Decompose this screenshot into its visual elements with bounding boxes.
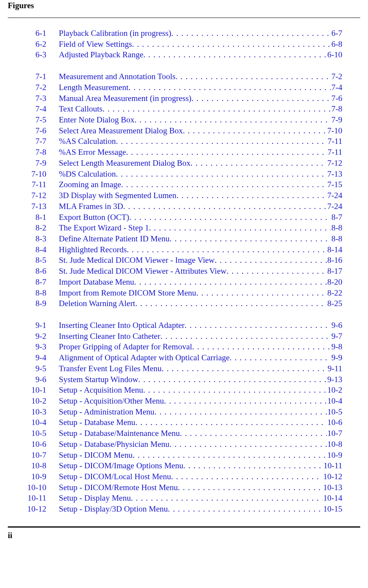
entry-title: Import Database Menu	[59, 277, 134, 288]
toc-entry[interactable]: 7-1Measurement and Annotation Tools 7-2	[9, 71, 360, 82]
entry-number: 10-5	[9, 428, 59, 439]
leader-dots	[230, 352, 331, 363]
entry-title: Inserting Cleaner Into Catheter	[59, 331, 160, 342]
entry-title-wrap: Deletion Warning Alert	[59, 298, 327, 309]
toc-entry[interactable]: 7-6Select Area Measurement Dialog Box7-1…	[9, 126, 360, 136]
entry-title-wrap: Select Length Measurement Dialog Box	[59, 158, 327, 169]
entry-title: Deletion Warning Alert	[59, 298, 135, 309]
leader-dots	[123, 201, 326, 212]
leader-dots	[171, 471, 322, 482]
toc-entry[interactable]: 8-3Define Alternate Patient ID Menu8-8	[9, 234, 360, 244]
entry-title: Import from Remote DICOM Store Menu	[59, 288, 196, 299]
entry-title-wrap: Setup - Database Menu	[59, 417, 327, 428]
entry-title: Setup - Display/3D Option Menu	[59, 504, 168, 515]
toc-entry[interactable]: 7-8%AS Error Message7-11	[9, 147, 360, 158]
toc-entry[interactable]: 10-12Setup - Display/3D Option Menu10-15	[9, 504, 360, 515]
toc-entry[interactable]: 8-9Deletion Warning Alert8-25	[9, 298, 360, 309]
entry-title: Setup - Database Menu	[59, 417, 136, 428]
toc-entry[interactable]: 7-10%DS Calculation 7-13	[9, 169, 360, 180]
entry-title-wrap: Setup - Database/Maintenance Menu	[59, 428, 327, 439]
leader-dots	[155, 407, 327, 418]
entry-number: 7-8	[9, 147, 59, 158]
toc-entry[interactable]: 7-13MLA Frames in 3D 7-24	[9, 201, 360, 212]
entry-page: 9-13	[327, 374, 361, 385]
entry-title: Export Button (OCT)	[59, 212, 129, 223]
toc-entry[interactable]: 8-2The Export Wizard - Step 18-8	[9, 223, 360, 234]
toc-entry[interactable]: 10-10Setup - DICOM/Remote Host Menu10-13	[9, 482, 360, 493]
entry-title: Proper Gripping of Adapter for Removal	[59, 342, 192, 352]
leader-dots	[116, 169, 326, 180]
toc-entry[interactable]: 7-2Length Measurement7-4	[9, 82, 360, 93]
entry-page: 9-11	[327, 363, 360, 374]
leader-dots	[132, 39, 331, 50]
toc-entry[interactable]: 8-8Import from Remote DICOM Store Menu8-…	[9, 288, 360, 299]
entry-number: 8-3	[9, 234, 59, 244]
toc-entry[interactable]: 8-5St. Jude Medical DICOM Viewer - Image…	[9, 255, 360, 266]
entry-title: Field of View Settings	[59, 39, 132, 50]
entry-page: 8-8	[331, 234, 360, 244]
toc-entry[interactable]: 7-7%AS Calculation 7-11	[9, 136, 360, 147]
entry-number: 9-2	[9, 331, 59, 342]
toc-entry[interactable]: 7-5Enter Note Dialog Box7-9	[9, 115, 360, 126]
toc-entry[interactable]: 9-6System Startup Window9-13	[9, 374, 360, 385]
entry-title-wrap: Export Button (OCT)	[59, 212, 331, 223]
entry-title: Adjusted Playback Range	[59, 50, 143, 60]
toc-entry[interactable]: 9-2Inserting Cleaner Into Catheter 9-7	[9, 331, 360, 342]
toc-entry[interactable]: 10-11Setup - Display Menu10-14	[9, 493, 360, 504]
toc-entry[interactable]: 10-3Setup - Administration Menu10-5	[9, 407, 360, 418]
entry-title-wrap: Setup - Display Menu	[59, 493, 322, 504]
toc-entry[interactable]: 8-4Highlighted Records8-14	[9, 244, 360, 255]
toc-entry[interactable]: 9-3Proper Gripping of Adapter for Remova…	[9, 342, 360, 352]
toc-entry[interactable]: 7-9Select Length Measurement Dialog Box7…	[9, 158, 360, 169]
entry-number: 10-6	[9, 439, 59, 450]
toc-entry[interactable]: 10-6Setup - Database/Physician Menu10-8	[9, 439, 360, 450]
entry-title-wrap: Import Database Menu	[59, 277, 327, 288]
entry-title-wrap: Highlighted Records	[59, 244, 327, 255]
toc-entry[interactable]: 6-2Field of View Settings6-8	[9, 39, 360, 50]
entry-title: Playback Calibration (in progress)	[59, 28, 171, 39]
leader-dots	[134, 115, 331, 126]
toc-entry[interactable]: 9-5Transfer Event Log Files Menu9-11	[9, 363, 360, 374]
group-gap	[9, 309, 360, 320]
toc-entry[interactable]: 10-8Setup - DICOM/Image Options Menu10-1…	[9, 460, 360, 471]
leader-dots	[176, 190, 326, 201]
entry-title: 3D Display with Segmented Lumen	[59, 190, 176, 201]
toc-entry[interactable]: 10-4Setup - Database Menu10-6	[9, 417, 360, 428]
entry-page: 6-8	[331, 39, 360, 50]
toc-entry[interactable]: 8-1Export Button (OCT)8-7	[9, 212, 360, 223]
leader-dots	[129, 212, 331, 223]
toc-entry[interactable]: 9-1Inserting Cleaner Into Optical Adapte…	[9, 320, 360, 331]
toc-entry[interactable]: 7-3Manual Area Measurement (in progress)…	[9, 93, 360, 104]
entry-title: %DS Calculation	[59, 169, 116, 180]
toc-entry[interactable]: 10-9Setup - DICOM/Local Host Menu10-12	[9, 471, 360, 482]
entry-number: 8-8	[9, 288, 59, 299]
entry-title: Enter Note Dialog Box	[59, 115, 134, 126]
section-heading: Figures	[8, 1, 360, 11]
entry-page: 7-24	[327, 190, 361, 201]
leader-dots	[190, 158, 326, 169]
entry-page: 10-13	[322, 482, 360, 493]
toc-entry[interactable]: 7-4Text Callouts 7-8	[9, 104, 360, 115]
toc-entry[interactable]: 7-11Zooming an Image7-15	[9, 179, 360, 190]
toc-entry[interactable]: 6-1Playback Calibration (in progress)6-7	[9, 28, 360, 39]
entry-title-wrap: Setup - DICOM Menu	[59, 450, 327, 461]
toc-entry[interactable]: 10-2Setup - Acquisition/Other Menu 10-4	[9, 396, 360, 407]
toc-entry[interactable]: 10-5Setup - Database/Maintenance Menu10-…	[9, 428, 360, 439]
leader-dots	[129, 82, 331, 93]
entry-title-wrap: St. Jude Medical DICOM Viewer - Attribut…	[59, 266, 327, 277]
toc-entry[interactable]: 10-7Setup - DICOM Menu10-9	[9, 450, 360, 461]
entry-title-wrap: St. Jude Medical DICOM Viewer - Image Vi…	[59, 255, 327, 266]
toc-entry[interactable]: 7-123D Display with Segmented Lumen 7-24	[9, 190, 360, 201]
entry-title-wrap: Length Measurement	[59, 82, 331, 93]
divider-bottom	[8, 526, 360, 528]
toc-entry[interactable]: 8-7Import Database Menu8-20	[9, 277, 360, 288]
toc-entry[interactable]: 8-6St. Jude Medical DICOM Viewer - Attri…	[9, 266, 360, 277]
toc-entry[interactable]: 10-1Setup - Acquisition Menu10-2	[9, 385, 360, 396]
toc-entry[interactable]: 9-4Alignment of Optical Adapter with Opt…	[9, 352, 360, 363]
entry-number: 7-1	[9, 71, 59, 82]
entry-page: 7-2	[331, 71, 360, 82]
leader-dots	[176, 71, 331, 82]
entry-title: Setup - DICOM/Local Host Menu	[59, 471, 171, 482]
entry-number: 10-4	[9, 417, 59, 428]
toc-entry[interactable]: 6-3Adjusted Playback Range6-10	[9, 50, 360, 60]
